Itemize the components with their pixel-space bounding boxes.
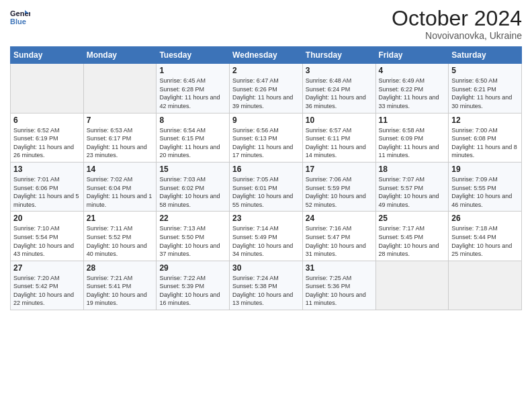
table-row: 18Sunrise: 7:07 AM Sunset: 5:57 PM Dayli…	[375, 162, 449, 211]
day-info: Sunrise: 7:00 AM Sunset: 6:08 PM Dayligh…	[451, 126, 519, 160]
title-section: October 2024 Novoivanovka, Ukraine	[392, 7, 522, 41]
logo-icon: General Blue	[10, 7, 30, 27]
table-row: 29Sunrise: 7:22 AM Sunset: 5:39 PM Dayli…	[157, 261, 230, 310]
calendar-week-row: 1Sunrise: 6:45 AM Sunset: 6:28 PM Daylig…	[11, 64, 522, 113]
day-number: 28	[87, 263, 154, 273]
table-row: 21Sunrise: 7:11 AM Sunset: 5:52 PM Dayli…	[83, 212, 157, 261]
day-info: Sunrise: 6:47 AM Sunset: 6:26 PM Dayligh…	[232, 77, 300, 110]
day-number: 14	[87, 165, 154, 174]
table-row: 28Sunrise: 7:21 AM Sunset: 5:41 PM Dayli…	[83, 261, 157, 310]
day-info: Sunrise: 7:02 AM Sunset: 6:04 PM Dayligh…	[87, 175, 154, 209]
day-info: Sunrise: 7:14 AM Sunset: 5:49 PM Dayligh…	[232, 224, 300, 258]
table-row: 22Sunrise: 7:13 AM Sunset: 5:50 PM Dayli…	[157, 212, 230, 261]
day-number: 9	[232, 116, 300, 125]
day-info: Sunrise: 7:10 AM Sunset: 5:54 PM Dayligh…	[13, 224, 81, 258]
table-row: 19Sunrise: 7:09 AM Sunset: 5:55 PM Dayli…	[449, 162, 522, 211]
day-info: Sunrise: 6:49 AM Sunset: 6:22 PM Dayligh…	[379, 77, 446, 110]
col-thursday: Thursday	[302, 47, 375, 64]
day-number: 29	[159, 263, 226, 273]
table-row: 9Sunrise: 6:56 AM Sunset: 6:13 PM Daylig…	[230, 113, 303, 162]
day-info: Sunrise: 7:09 AM Sunset: 5:55 PM Dayligh…	[451, 175, 519, 209]
calendar-week-row: 6Sunrise: 6:52 AM Sunset: 6:19 PM Daylig…	[11, 113, 522, 162]
table-row	[375, 261, 449, 310]
day-info: Sunrise: 6:45 AM Sunset: 6:28 PM Dayligh…	[159, 77, 226, 110]
table-row	[83, 64, 157, 113]
table-row: 11Sunrise: 6:58 AM Sunset: 6:09 PM Dayli…	[375, 113, 449, 162]
table-row	[11, 64, 84, 113]
day-number: 7	[87, 116, 154, 125]
calendar-week-row: 13Sunrise: 7:01 AM Sunset: 6:06 PM Dayli…	[11, 162, 522, 211]
day-number: 27	[13, 263, 81, 273]
table-row: 14Sunrise: 7:02 AM Sunset: 6:04 PM Dayli…	[83, 162, 157, 211]
day-number: 22	[159, 214, 226, 223]
day-number: 26	[451, 214, 519, 223]
day-info: Sunrise: 6:50 AM Sunset: 6:21 PM Dayligh…	[451, 77, 519, 110]
day-info: Sunrise: 6:53 AM Sunset: 6:17 PM Dayligh…	[87, 126, 154, 160]
day-number: 19	[451, 165, 519, 174]
table-row: 12Sunrise: 7:00 AM Sunset: 6:08 PM Dayli…	[449, 113, 522, 162]
col-tuesday: Tuesday	[157, 47, 230, 64]
page: General Blue October 2024 Novoivanovka, …	[0, 0, 532, 411]
day-info: Sunrise: 6:58 AM Sunset: 6:09 PM Dayligh…	[379, 126, 446, 160]
calendar-week-row: 20Sunrise: 7:10 AM Sunset: 5:54 PM Dayli…	[11, 212, 522, 261]
day-number: 23	[232, 214, 300, 223]
day-number: 6	[13, 116, 81, 125]
day-number: 13	[13, 165, 81, 174]
table-row: 1Sunrise: 6:45 AM Sunset: 6:28 PM Daylig…	[157, 64, 230, 113]
day-info: Sunrise: 6:56 AM Sunset: 6:13 PM Dayligh…	[232, 126, 300, 160]
day-number: 17	[306, 165, 373, 174]
col-wednesday: Wednesday	[230, 47, 303, 64]
table-row: 20Sunrise: 7:10 AM Sunset: 5:54 PM Dayli…	[11, 212, 84, 261]
day-number: 2	[232, 66, 300, 75]
day-number: 20	[13, 214, 81, 223]
table-row: 25Sunrise: 7:17 AM Sunset: 5:45 PM Dayli…	[375, 212, 449, 261]
day-number: 10	[306, 116, 373, 125]
table-row	[449, 261, 522, 310]
day-number: 11	[379, 116, 446, 125]
day-info: Sunrise: 7:24 AM Sunset: 5:38 PM Dayligh…	[232, 274, 300, 308]
table-row: 4Sunrise: 6:49 AM Sunset: 6:22 PM Daylig…	[375, 64, 449, 113]
location: Novoivanovka, Ukraine	[392, 30, 522, 41]
day-info: Sunrise: 6:48 AM Sunset: 6:24 PM Dayligh…	[306, 77, 373, 110]
day-info: Sunrise: 7:25 AM Sunset: 5:36 PM Dayligh…	[306, 274, 373, 308]
header: General Blue October 2024 Novoivanovka, …	[10, 7, 522, 41]
table-row: 30Sunrise: 7:24 AM Sunset: 5:38 PM Dayli…	[230, 261, 303, 310]
svg-text:Blue: Blue	[10, 17, 26, 26]
day-info: Sunrise: 7:03 AM Sunset: 6:02 PM Dayligh…	[159, 175, 226, 209]
day-info: Sunrise: 6:57 AM Sunset: 6:11 PM Dayligh…	[306, 126, 373, 160]
day-number: 12	[451, 116, 519, 125]
logo: General Blue	[10, 7, 30, 27]
day-info: Sunrise: 7:05 AM Sunset: 6:01 PM Dayligh…	[232, 175, 300, 209]
table-row: 13Sunrise: 7:01 AM Sunset: 6:06 PM Dayli…	[11, 162, 84, 211]
table-row: 8Sunrise: 6:54 AM Sunset: 6:15 PM Daylig…	[157, 113, 230, 162]
calendar-week-row: 27Sunrise: 7:20 AM Sunset: 5:42 PM Dayli…	[11, 261, 522, 310]
day-info: Sunrise: 7:13 AM Sunset: 5:50 PM Dayligh…	[159, 224, 226, 258]
day-info: Sunrise: 7:06 AM Sunset: 5:59 PM Dayligh…	[306, 175, 373, 209]
col-friday: Friday	[375, 47, 449, 64]
day-number: 18	[379, 165, 446, 174]
table-row: 24Sunrise: 7:16 AM Sunset: 5:47 PM Dayli…	[302, 212, 375, 261]
day-number: 5	[451, 66, 519, 75]
col-monday: Monday	[83, 47, 157, 64]
day-number: 16	[232, 165, 300, 174]
col-saturday: Saturday	[449, 47, 522, 64]
table-row: 16Sunrise: 7:05 AM Sunset: 6:01 PM Dayli…	[230, 162, 303, 211]
day-number: 24	[306, 214, 373, 223]
table-row: 31Sunrise: 7:25 AM Sunset: 5:36 PM Dayli…	[302, 261, 375, 310]
calendar: Sunday Monday Tuesday Wednesday Thursday…	[10, 46, 522, 310]
day-number: 30	[232, 263, 300, 273]
day-info: Sunrise: 7:16 AM Sunset: 5:47 PM Dayligh…	[306, 224, 373, 258]
day-info: Sunrise: 6:54 AM Sunset: 6:15 PM Dayligh…	[159, 126, 226, 160]
day-info: Sunrise: 6:52 AM Sunset: 6:19 PM Dayligh…	[13, 126, 81, 160]
month-title: October 2024	[392, 7, 522, 30]
day-number: 25	[379, 214, 446, 223]
day-number: 21	[87, 214, 154, 223]
day-number: 1	[159, 66, 226, 75]
table-row: 3Sunrise: 6:48 AM Sunset: 6:24 PM Daylig…	[302, 64, 375, 113]
day-number: 8	[159, 116, 226, 125]
day-info: Sunrise: 7:21 AM Sunset: 5:41 PM Dayligh…	[87, 274, 154, 308]
day-info: Sunrise: 7:11 AM Sunset: 5:52 PM Dayligh…	[87, 224, 154, 258]
day-number: 31	[306, 263, 373, 273]
day-info: Sunrise: 7:22 AM Sunset: 5:39 PM Dayligh…	[159, 274, 226, 308]
day-number: 4	[379, 66, 446, 75]
